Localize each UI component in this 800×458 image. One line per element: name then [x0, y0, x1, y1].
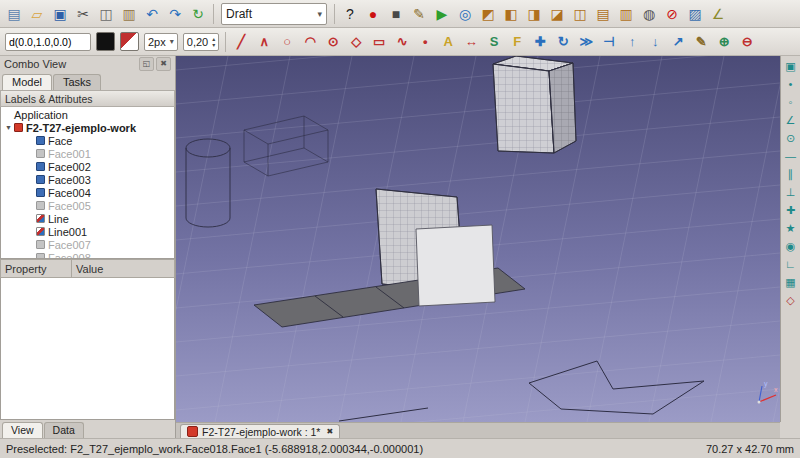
refresh-icon[interactable]: ↻ — [187, 2, 209, 26]
text-size-spinbox[interactable]: 0,20 ▴ ▾ — [183, 33, 219, 51]
texture-view-icon[interactable]: ▨ — [684, 2, 706, 26]
save-icon[interactable]: ▣ — [49, 2, 71, 26]
snap-endpoint-icon[interactable]: • — [782, 75, 800, 93]
draft-scale-icon[interactable]: ↗ — [667, 30, 689, 54]
draft-edit-icon[interactable]: ✎ — [690, 30, 712, 54]
draft-add-point-icon[interactable]: ⊕ — [713, 30, 735, 54]
clipping-plane-icon[interactable]: ⊘ — [661, 2, 683, 26]
snap-perpendicular-icon[interactable]: ⊥ — [782, 183, 800, 201]
draft-rectangle-icon[interactable]: ▭ — [368, 30, 390, 54]
line-color-swatch[interactable] — [120, 32, 139, 51]
zoom-fit-icon[interactable]: ◎ — [454, 2, 476, 26]
draft-downgrade-icon[interactable]: ↓ — [644, 30, 666, 54]
draft-move-icon[interactable]: ✚ — [529, 30, 551, 54]
tree-item[interactable]: Application — [1, 108, 174, 121]
snap-intersection-icon[interactable]: ✚ — [782, 201, 800, 219]
draft-polygon-icon[interactable]: ◇ — [345, 30, 367, 54]
spin-down-icon[interactable]: ▾ — [212, 42, 215, 48]
snap-extension-icon[interactable]: — — [782, 147, 800, 165]
macro-edit-icon[interactable]: ✎ — [408, 2, 430, 26]
measure-distance-icon[interactable]: ∠ — [707, 2, 729, 26]
macro-stop-icon[interactable]: ■ — [385, 2, 407, 26]
property-table-body[interactable] — [0, 278, 175, 420]
draft-offset-icon[interactable]: ≫ — [575, 30, 597, 54]
tab-view[interactable]: View — [2, 422, 43, 438]
view-top-icon[interactable]: ◨ — [523, 2, 545, 26]
view-front-icon[interactable]: ◧ — [500, 2, 522, 26]
draft-point-icon[interactable]: • — [414, 30, 436, 54]
tree-item-label: Line — [48, 213, 69, 225]
snap-special-icon[interactable]: ★ — [782, 219, 800, 237]
draft-text-icon[interactable]: A — [437, 30, 459, 54]
snap-center-icon[interactable]: ⊙ — [782, 129, 800, 147]
view-left-icon[interactable]: ▥ — [615, 2, 637, 26]
expander-icon[interactable]: ▼ — [3, 124, 14, 131]
draft-bspline-icon[interactable]: ∿ — [391, 30, 413, 54]
draft-circle-icon[interactable]: ○ — [276, 30, 298, 54]
macro-execute-icon[interactable]: ▶ — [431, 2, 453, 26]
view-right-icon[interactable]: ◪ — [546, 2, 568, 26]
view-axonometric-icon[interactable]: ◩ — [477, 2, 499, 26]
snap-grid-icon[interactable]: ▦ — [782, 273, 800, 291]
tab-data[interactable]: Data — [44, 422, 84, 438]
snap-midpoint-icon[interactable]: ◦ — [782, 93, 800, 111]
open-folder-icon[interactable]: ▱ — [26, 2, 48, 26]
draft-del-point-icon[interactable]: ⊖ — [736, 30, 758, 54]
draft-ellipse-icon[interactable]: ⊙ — [322, 30, 344, 54]
model-tree[interactable]: Application ▼ F2-T27-ejemplo-work Face F… — [0, 107, 175, 259]
tree-item[interactable]: Face005 — [1, 199, 174, 212]
draft-shapestring-icon[interactable]: S — [483, 30, 505, 54]
extruded-box[interactable] — [493, 56, 576, 153]
draft-rotate-icon[interactable]: ↻ — [552, 30, 574, 54]
tree-item[interactable]: Face003 — [1, 173, 174, 186]
macro-record-icon[interactable]: ● — [362, 2, 384, 26]
value-column-header[interactable]: Value — [72, 263, 174, 275]
draft-wire-icon[interactable]: ∧ — [253, 30, 275, 54]
tree-item[interactable]: Face007 — [1, 238, 174, 251]
redo-icon[interactable]: ↷ — [164, 2, 186, 26]
tree-item[interactable]: Line001 — [1, 225, 174, 238]
draft-arc-icon[interactable]: ◠ — [299, 30, 321, 54]
draft-line-icon[interactable]: ╱ — [230, 30, 252, 54]
tree-item-label: Face003 — [48, 174, 91, 186]
fill-color-swatch[interactable] — [96, 32, 115, 51]
document-tab[interactable]: F2-T27-ejemplo-work : 1* ✖ — [180, 424, 340, 438]
tree-item[interactable]: Face002 — [1, 160, 174, 173]
line-width-select[interactable]: 2px ▾ — [144, 33, 178, 51]
snap-parallel-icon[interactable]: ∥ — [782, 165, 800, 183]
snap-lock-icon[interactable]: ▣ — [782, 57, 800, 75]
snap-ortho-icon[interactable]: ∟ — [782, 255, 800, 273]
draft-trimex-icon[interactable]: ⊣ — [598, 30, 620, 54]
close-icon[interactable]: ✖ — [156, 57, 171, 71]
tree-item[interactable]: ▼ F2-T27-ejemplo-work — [1, 121, 174, 134]
snap-angle-icon[interactable]: ∠ — [782, 111, 800, 129]
tree-item[interactable]: Face004 — [1, 186, 174, 199]
property-column-header[interactable]: Property — [1, 260, 72, 277]
workbench-selector[interactable]: Draft ▾ — [221, 3, 327, 25]
snap-near-icon[interactable]: ◉ — [782, 237, 800, 255]
tab-model[interactable]: Model — [2, 74, 52, 90]
new-document-icon[interactable]: ▤ — [3, 2, 25, 26]
3d-viewport[interactable]: x y — [176, 56, 780, 422]
draft-dimension-icon[interactable]: ↔ — [460, 30, 482, 54]
tab-tasks[interactable]: Tasks — [53, 74, 101, 90]
draft-facebinder-icon[interactable]: F — [506, 30, 528, 54]
close-icon[interactable]: ✖ — [326, 427, 333, 436]
tree-item[interactable]: Face008 — [1, 251, 174, 259]
direction-input[interactable] — [5, 33, 91, 51]
snap-working-plane-icon[interactable]: ◇ — [782, 291, 800, 309]
cut-icon[interactable]: ✂ — [72, 2, 94, 26]
undo-icon[interactable]: ↶ — [141, 2, 163, 26]
tree-item[interactable]: Line — [1, 212, 174, 225]
view-rear-icon[interactable]: ◫ — [569, 2, 591, 26]
view-bottom-icon[interactable]: ▤ — [592, 2, 614, 26]
undock-icon[interactable]: ◱ — [139, 57, 154, 71]
draw-style-icon[interactable]: ◍ — [638, 2, 660, 26]
tree-item[interactable]: Face001 — [1, 147, 174, 160]
tree-item[interactable]: Face — [1, 134, 174, 147]
whatsthis-icon[interactable]: ? — [339, 2, 361, 26]
copy-icon[interactable]: ◫ — [95, 2, 117, 26]
paste-icon[interactable]: ▥ — [118, 2, 140, 26]
draft-upgrade-icon[interactable]: ↑ — [621, 30, 643, 54]
white-plane[interactable] — [416, 225, 495, 306]
